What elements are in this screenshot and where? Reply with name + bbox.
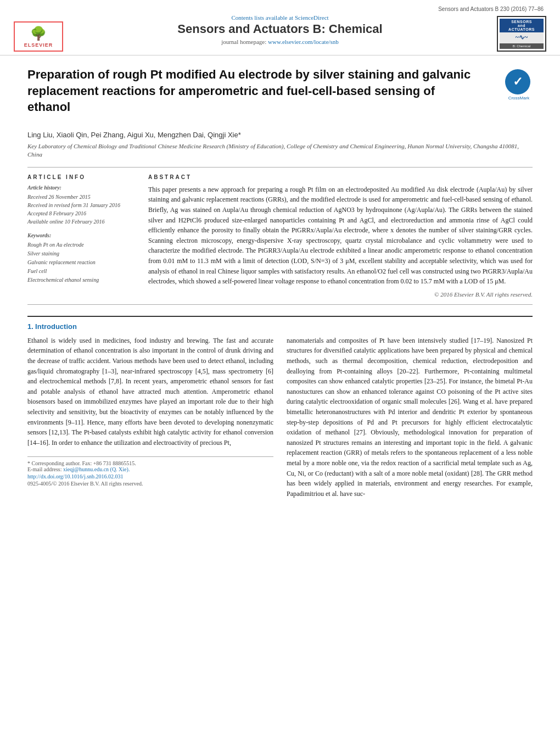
footnote-email-value: xieqj@hunnu.edu.cn (Q. Xie). (63, 466, 130, 472)
footnote-email: E-mail address: xieqj@hunnu.edu.cn (Q. X… (27, 466, 273, 472)
page: Sensors and Actuators B 230 (2016) 77–86… (0, 0, 560, 742)
keywords-label: Keywords: (27, 232, 137, 238)
body-left: Ethanol is widely used in medicines, foo… (27, 336, 273, 499)
sciencedirect-text: Contents lists available at ScienceDirec… (77, 14, 483, 21)
sensors-actuators-logo: SENSORSandACTUATORS ~∿~ B: Chemical (494, 14, 549, 53)
article-info-col: ARTICLE INFO Article history: Received 2… (27, 174, 137, 298)
doi-link[interactable]: http://dx.doi.org/10.1016/j.snb.2016.02.… (27, 473, 273, 479)
footnote-area: * Corresponding author. Fax: +86 731 888… (27, 456, 273, 487)
divider-1 (27, 167, 533, 168)
article-info-header: ARTICLE INFO (27, 174, 137, 180)
section1-number: 1. (27, 322, 33, 331)
body-two-col: Ethanol is widely used in medicines, foo… (27, 336, 533, 499)
divider-2 (27, 304, 533, 305)
journal-homepage: journal homepage: www.elsevier.com/locat… (77, 38, 483, 45)
homepage-url[interactable]: www.elsevier.com/locate/snb (268, 38, 339, 45)
elsevier-logo: 🌳 ELSEVIER (11, 14, 66, 53)
article-info-abstract: ARTICLE INFO Article history: Received 2… (27, 174, 533, 298)
copyright-text: © 2016 Elsevier B.V. All rights reserved… (148, 291, 533, 298)
header-center: Contents lists available at ScienceDirec… (66, 14, 494, 45)
article-history: Article history: Received 26 November 20… (27, 185, 137, 226)
affiliation: Key Laboratory of Chemical Biology and T… (27, 142, 533, 159)
keyword-1: Rough Pt on Au electrode (27, 241, 137, 249)
history-label: Article history: (27, 185, 137, 191)
accepted-date: Accepted 8 February 2016 (27, 209, 137, 217)
footnote-email-label: E-mail address: (27, 466, 61, 472)
abstract-col: ABSTRACT This paper presents a new appro… (148, 174, 533, 298)
article-content: Preparation of rough Pt modified Au elec… (0, 55, 560, 510)
keyword-5: Electrochemical ethanol sensing (27, 276, 137, 284)
body-left-text: Ethanol is widely used in medicines, foo… (27, 336, 273, 448)
keyword-4: Fuel cell (27, 267, 137, 276)
elsevier-logo-inner: 🌳 ELSEVIER (24, 26, 53, 48)
sensors-logo-wave: ~∿~ (500, 32, 544, 43)
homepage-label: journal homepage: (221, 38, 266, 45)
wave-icon: ~∿~ (516, 34, 528, 42)
received-date: Received 26 November 2015 (27, 193, 137, 201)
elsevier-tree-icon: 🌳 (30, 26, 47, 41)
issn-text: 0925-4005/© 2016 Elsevier B.V. All right… (27, 481, 273, 487)
footnote-star: * Corresponding author. Fax: +86 731 888… (27, 460, 273, 466)
sensors-logo-box: SENSORSandACTUATORS ~∿~ B: Chemical (497, 16, 546, 52)
elsevier-text: ELSEVIER (24, 42, 53, 48)
crossmark-logo: ✓ CrossMark (505, 69, 533, 97)
received-revised-date: Received in revised form 31 January 2016 (27, 201, 137, 209)
journal-title: Sensors and Actuators B: Chemical (77, 22, 483, 36)
authors: Ling Liu, Xiaoli Qin, Pei Zhang, Aigui X… (27, 131, 533, 139)
citation-text: Sensors and Actuators B 230 (2016) 77–86 (438, 6, 544, 12)
crossmark-circle: ✓ (505, 69, 530, 94)
available-date: Available online 10 February 2016 (27, 217, 137, 226)
body-content: 1. Introduction Ethanol is widely used i… (27, 316, 533, 499)
keyword-2: Silver staining (27, 249, 137, 258)
abstract-header: ABSTRACT (148, 174, 533, 180)
sensors-logo-top-text: SENSORSandACTUATORS (500, 19, 544, 32)
article-title: Preparation of rough Pt modified Au elec… (27, 66, 478, 115)
body-right: nanomaterials and composites of Pt have … (287, 336, 533, 499)
journal-header: Sensors and Actuators B 230 (2016) 77–86… (0, 0, 560, 55)
abstract-text: This paper presents a new approach for p… (148, 185, 533, 287)
keyword-3: Galvanic replacement reaction (27, 258, 137, 267)
keywords-block: Keywords: Rough Pt on Au electrode Silve… (27, 232, 137, 284)
body-right-text: nanomaterials and composites of Pt have … (287, 336, 533, 499)
elsevier-logo-box: 🌳 ELSEVIER (14, 21, 63, 52)
header-top: 🌳 ELSEVIER Contents lists available at S… (11, 14, 549, 53)
sensors-logo-bottom-text: B: Chemical (500, 43, 544, 49)
section1-title: Introduction (35, 322, 77, 331)
title-row: Preparation of rough Pt modified Au elec… (27, 66, 533, 123)
